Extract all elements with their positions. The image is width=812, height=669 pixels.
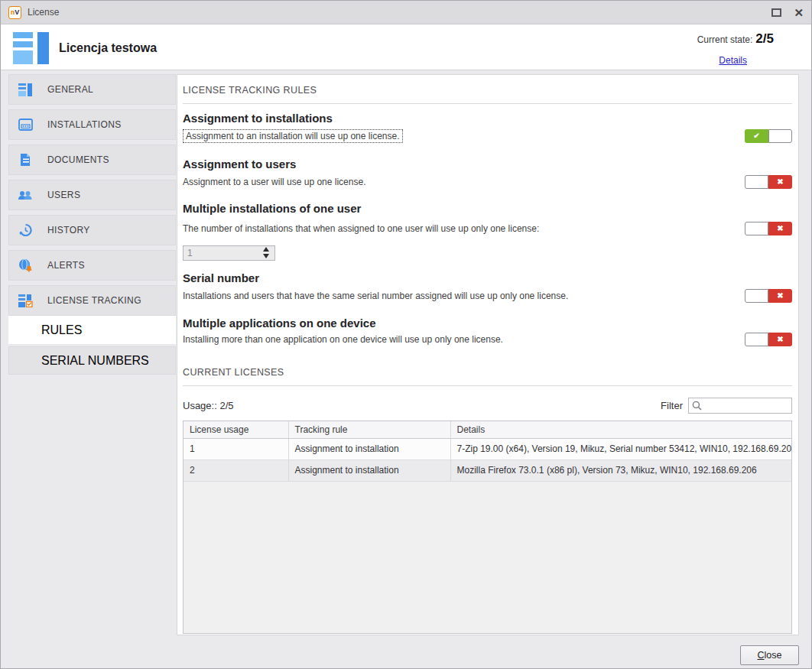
usage-text: Usage:: 2/5 — [183, 400, 234, 411]
spinner-arrows[interactable] — [263, 247, 269, 258]
filter-input[interactable] — [705, 401, 785, 411]
rule-title: Assignment to installations — [183, 112, 792, 125]
check-icon: ✔ — [745, 129, 768, 143]
sidebar-item-label: DOCUMENTS — [47, 154, 109, 165]
rule-serial-number: Serial number Installations and users th… — [183, 271, 792, 303]
rule-title: Multiple installations of one user — [183, 202, 792, 215]
close-button[interactable]: Close — [740, 645, 799, 665]
sidebar-item-label: INSTALLATIONS — [47, 119, 122, 130]
header: Licencja testowa Current state:2/5 Detai… — [1, 24, 811, 70]
column-header-license-usage[interactable]: License usage — [184, 421, 288, 438]
toggle-assignment-installations[interactable]: ✔ — [745, 129, 792, 143]
filter: Filter — [661, 398, 792, 414]
toggle-serial-number[interactable]: ✖ — [745, 289, 792, 303]
rule-description: Assignment to a user will use up one lic… — [183, 177, 365, 187]
filter-input-box[interactable] — [688, 398, 792, 414]
sidebar-item-alerts[interactable]: ALERTS — [8, 250, 176, 281]
users-icon — [18, 187, 33, 203]
window-title: License — [28, 7, 59, 18]
app-logo — [13, 31, 49, 64]
window-controls: ✕ — [771, 7, 804, 18]
sidebar-item-label: GENERAL — [47, 84, 93, 95]
license-name-title: Licencja testowa — [59, 41, 157, 55]
column-header-details[interactable]: Details — [450, 421, 791, 438]
current-licenses-table: License usage Tracking rule Details 1 As… — [183, 421, 792, 634]
app-icon-letter-v: V — [15, 9, 19, 16]
sidebar-item-users[interactable]: USERS — [8, 180, 176, 210]
documents-icon — [18, 152, 33, 167]
sidebar: GENERAL INSTALLATIONS DOCUMENTS — [8, 74, 176, 375]
cell-license-usage: 2 — [184, 460, 288, 481]
sidebar-item-rules[interactable]: RULES — [8, 316, 176, 344]
rule-description: Installations and users that have the sa… — [183, 291, 568, 301]
cross-icon: ✖ — [768, 289, 792, 303]
content-panel: LICENSE TRACKING RULES Assignment to ins… — [177, 74, 799, 635]
sidebar-item-general[interactable]: GENERAL — [8, 74, 176, 105]
cell-details: Mozilla Firefox 73.0.1 (x86 pl), Version… — [450, 460, 791, 481]
toggle-empty-segment — [768, 129, 792, 143]
licenses-section-title: CURRENT LICENSES — [183, 367, 792, 386]
sidebar-item-label: RULES — [41, 323, 82, 337]
close-button-accel: C — [758, 650, 765, 661]
sidebar-item-label: HISTORY — [47, 225, 90, 235]
search-icon — [692, 401, 702, 411]
sidebar-item-serial-numbers[interactable]: SERIAL NUMBERS — [8, 346, 176, 375]
toggle-empty-segment — [745, 333, 768, 346]
table-row[interactable]: 1 Assignment to installation 7-Zip 19.00… — [184, 438, 791, 460]
cross-icon: ✖ — [768, 333, 792, 346]
spinner-up-icon[interactable] — [263, 247, 269, 252]
cross-icon: ✖ — [768, 175, 792, 189]
rule-description: The number of installations that when as… — [183, 223, 539, 234]
history-icon — [18, 222, 33, 238]
rule-title: Assignment to users — [183, 158, 792, 170]
sidebar-item-label: SERIAL NUMBERS — [41, 354, 149, 368]
sidebar-item-documents[interactable]: DOCUMENTS — [8, 145, 176, 175]
toggle-empty-segment — [745, 222, 768, 235]
maximize-icon[interactable] — [771, 8, 781, 17]
filter-label: Filter — [661, 400, 683, 411]
installations-count-spinner[interactable] — [183, 245, 275, 261]
toggle-assignment-users[interactable]: ✖ — [745, 175, 792, 189]
sidebar-item-history[interactable]: HISTORY — [8, 215, 176, 245]
alerts-icon — [18, 258, 33, 273]
rule-description: Assignment to an installation will use u… — [183, 129, 403, 143]
current-state: Current state:2/5 — [697, 31, 774, 47]
current-state-value: 2/5 — [755, 31, 774, 46]
cell-details: 7-Zip 19.00 (x64), Version 19, Mikuz, Se… — [450, 438, 791, 460]
spinner-down-icon[interactable] — [263, 254, 269, 258]
toggle-empty-segment — [745, 175, 768, 189]
rules-section-title: LICENSE TRACKING RULES — [183, 85, 792, 104]
app-icon: nV — [8, 6, 21, 19]
column-header-tracking-rule[interactable]: Tracking rule — [288, 421, 450, 438]
rule-assignment-to-users: Assignment to users Assignment to a user… — [183, 158, 792, 189]
cross-icon: ✖ — [768, 222, 792, 235]
table-header-row: License usage Tracking rule Details — [184, 421, 791, 438]
rule-title: Serial number — [183, 271, 792, 284]
cell-tracking-rule: Assignment to installation — [288, 438, 450, 460]
toggle-multiple-installations[interactable]: ✖ — [745, 222, 792, 235]
installations-count-input[interactable] — [184, 248, 256, 258]
usage-row: Usage:: 2/5 Filter — [183, 398, 792, 414]
sidebar-item-installations[interactable]: INSTALLATIONS — [8, 109, 176, 140]
current-state-label: Current state: — [697, 34, 753, 45]
details-link[interactable]: Details — [719, 55, 747, 66]
installations-icon — [18, 117, 33, 132]
rule-multiple-applications: Multiple applications on one device Inst… — [183, 317, 792, 346]
rule-assignment-to-installations: Assignment to installations Assignment t… — [183, 112, 792, 143]
sidebar-item-label: ALERTS — [47, 260, 85, 271]
rule-description: Installing more than one application on … — [183, 334, 503, 345]
table-row[interactable]: 2 Assignment to installation Mozilla Fir… — [184, 460, 791, 481]
close-button-label: lose — [765, 650, 782, 661]
close-icon[interactable]: ✕ — [794, 7, 804, 18]
toggle-empty-segment — [745, 289, 768, 303]
toggle-multiple-applications[interactable]: ✖ — [745, 333, 792, 346]
general-icon — [18, 82, 33, 97]
titlebar: nV License ✕ — [1, 1, 811, 24]
cell-tracking-rule: Assignment to installation — [288, 460, 450, 481]
sidebar-item-label: LICENSE TRACKING — [47, 295, 141, 306]
license-tracking-icon — [18, 293, 33, 308]
license-window: { "window": { "title": "License", "app_i… — [0, 0, 812, 669]
sidebar-item-license-tracking[interactable]: LICENSE TRACKING — [8, 285, 176, 316]
rule-title: Multiple applications on one device — [183, 317, 792, 330]
cell-license-usage: 1 — [184, 438, 288, 460]
